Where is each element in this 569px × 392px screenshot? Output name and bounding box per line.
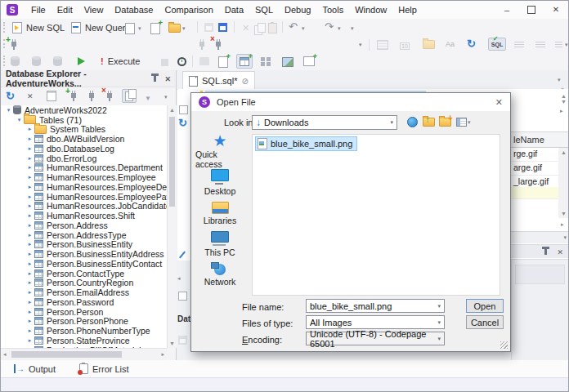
pane-splitter-icon[interactable] xyxy=(179,105,188,114)
new-card-button[interactable] xyxy=(303,56,315,68)
chevron-icon[interactable]: ▸ xyxy=(25,203,34,209)
chevron-icon[interactable]: ▸ xyxy=(25,309,34,315)
pin-icon[interactable] xyxy=(154,76,156,82)
tree-item-humanresources-department[interactable]: ▸HumanResources.Department xyxy=(1,163,167,173)
dialog-close-icon[interactable] xyxy=(495,97,503,108)
validate-sql-button[interactable] xyxy=(488,38,506,51)
file-name-combobox[interactable]: blue_bike_small.png ▾ xyxy=(306,299,445,313)
chevron-icon[interactable]: ▸ xyxy=(25,251,34,257)
connect-button[interactable] xyxy=(196,39,207,51)
layout-button[interactable] xyxy=(261,57,271,68)
tree-item-person-businessentitycontact[interactable]: ▸Person.BusinessEntityContact xyxy=(1,259,167,269)
tab-close-icon[interactable] xyxy=(241,76,248,86)
place-network[interactable]: Network xyxy=(195,260,244,291)
chevron-icon[interactable]: ▸ xyxy=(25,337,34,344)
data-tab-label-clipped[interactable]: Dat xyxy=(177,314,190,323)
database-history-dropdown[interactable]: ▾ xyxy=(359,42,362,48)
spin-up-icon[interactable] xyxy=(561,93,567,99)
execute-button[interactable]: ! Execute xyxy=(97,54,143,69)
chevron-icon[interactable]: ▸ xyxy=(25,232,34,238)
redo-button[interactable] xyxy=(325,20,334,33)
outline-button[interactable] xyxy=(423,40,435,51)
menu-item-view[interactable]: View xyxy=(78,2,110,17)
tree-item-humanresources-jobcandidate[interactable]: ▸HumanResources.JobCandidate xyxy=(1,202,167,212)
chevron-icon[interactable]: ▸ xyxy=(25,174,34,180)
change-case-button[interactable] xyxy=(446,38,455,48)
maximize-button[interactable] xyxy=(519,1,544,18)
grid-row[interactable]: rge.gif xyxy=(509,148,558,162)
run-button[interactable] xyxy=(78,57,85,67)
explorer-delete-button[interactable] xyxy=(27,91,34,100)
toolbar-overflow-dropdown[interactable]: ▾ xyxy=(565,42,568,48)
chevron-icon[interactable]: ▸ xyxy=(25,327,34,334)
tree-item-person-contacttype[interactable]: ▸Person.ContactType xyxy=(1,269,167,278)
decrease-indent-button[interactable] xyxy=(514,41,524,51)
new-document-button[interactable] xyxy=(125,23,135,36)
redo-dropdown[interactable]: ▾ xyxy=(338,25,341,32)
menu-item-help[interactable]: Help xyxy=(392,2,423,17)
explorer-disconnect-button[interactable] xyxy=(104,91,114,103)
spin-down-icon[interactable] xyxy=(561,99,567,105)
files-of-type-combobox[interactable]: All Images ▾ xyxy=(306,315,445,329)
pin-icon[interactable] xyxy=(544,249,547,255)
menu-item-tools[interactable]: Tools xyxy=(316,2,349,17)
tab-sql-document[interactable]: SQL.sql* xyxy=(182,71,255,90)
scroll-right-icon[interactable] xyxy=(560,108,563,114)
grid-column-header[interactable]: leName xyxy=(509,131,569,148)
tree-item-tables-71[interactable]: ▾Tables (71) xyxy=(1,115,167,125)
toolbar-grip[interactable] xyxy=(3,22,7,33)
scroll-down-icon[interactable] xyxy=(561,211,567,216)
tree-item-person-phonenumbertype[interactable]: ▸Person.PhoneNumberType xyxy=(1,326,167,336)
grid-tab-icon[interactable] xyxy=(178,292,187,301)
tree-item-humanresources-employee[interactable]: ▸HumanResources.Employee xyxy=(1,172,167,182)
tree-item-person-businessentityaddress[interactable]: ▸Person.BusinessEntityAddress xyxy=(1,249,167,259)
tree-item-person-person[interactable]: ▸Person.Person xyxy=(1,307,167,317)
database-session-button-3[interactable] xyxy=(53,56,62,68)
attach-grid-button[interactable] xyxy=(236,54,253,69)
menu-item-database[interactable]: Database xyxy=(109,2,159,17)
close-icon[interactable] xyxy=(557,247,563,256)
scroll-up-icon[interactable] xyxy=(561,149,567,155)
tree-item-person-businessentity[interactable]: ▸Person.BusinessEntity xyxy=(1,240,167,250)
explorer-refresh-button[interactable] xyxy=(6,90,15,102)
query-history-button[interactable] xyxy=(177,57,186,68)
chevron-icon[interactable]: ▾ xyxy=(15,117,24,123)
tree-item-person-address[interactable]: ▸Person.Address xyxy=(1,220,167,230)
chevron-icon[interactable]: ▸ xyxy=(25,261,34,267)
menu-item-window[interactable]: Window xyxy=(349,2,392,17)
grid-refresh-icon[interactable] xyxy=(178,117,187,129)
create-new-folder-button[interactable] xyxy=(438,115,451,128)
open-file-dropdown[interactable]: ▾ xyxy=(182,25,186,32)
chevron-icon[interactable]: ▸ xyxy=(25,194,34,200)
increase-indent-button[interactable] xyxy=(535,41,545,51)
tree-horizontal-scrollbar[interactable] xyxy=(1,348,167,360)
scroll-up-icon[interactable] xyxy=(169,107,175,113)
tree-item-person-addresstype[interactable]: ▸Person.AddressType xyxy=(1,230,167,240)
image-viewer-button[interactable] xyxy=(282,57,293,69)
tree-item-system-tables[interactable]: ▸System Tables xyxy=(1,125,167,135)
chevron-icon[interactable]: ▸ xyxy=(25,289,34,296)
new-sql-button[interactable]: New SQL xyxy=(9,20,68,35)
chevron-icon[interactable]: ▸ xyxy=(25,155,34,162)
disconnect-button[interactable] xyxy=(213,39,223,51)
close-button[interactable] xyxy=(544,1,568,18)
database-session-button-2[interactable] xyxy=(32,56,41,68)
toolbar-overflow-dropdown[interactable]: ▾ xyxy=(351,25,354,32)
tree-item-person-stateprovince[interactable]: ▸Person.StateProvince xyxy=(1,336,167,345)
resize-grip[interactable] xyxy=(500,341,508,349)
chevron-icon[interactable]: ▸ xyxy=(25,136,34,142)
view-menu-dropdown[interactable]: ▾ xyxy=(468,119,471,126)
tree-item-humanresources-shift[interactable]: ▸HumanResources.Shift xyxy=(1,211,167,220)
scroll-right-icon[interactable] xyxy=(561,221,564,228)
close-icon[interactable] xyxy=(164,74,171,83)
new-document-dropdown[interactable]: ▾ xyxy=(138,25,141,32)
open-file-button[interactable] xyxy=(168,24,181,34)
grid-save-icon[interactable] xyxy=(178,336,187,345)
tree-item-dbo-databaselog[interactable]: ▸dbo.DatabaseLog xyxy=(1,144,167,154)
menu-item-file[interactable]: File xyxy=(25,2,52,17)
tree-item-humanresources-employeepayhistor[interactable]: ▸HumanResources.EmployeePayHistor xyxy=(1,192,167,202)
database-session-button-1[interactable] xyxy=(11,56,20,68)
place-quick-access[interactable]: Quick access xyxy=(195,136,244,167)
go-to-last-folder-button[interactable] xyxy=(405,115,419,128)
look-in-combobox[interactable]: Downloads ▾ xyxy=(252,115,397,130)
